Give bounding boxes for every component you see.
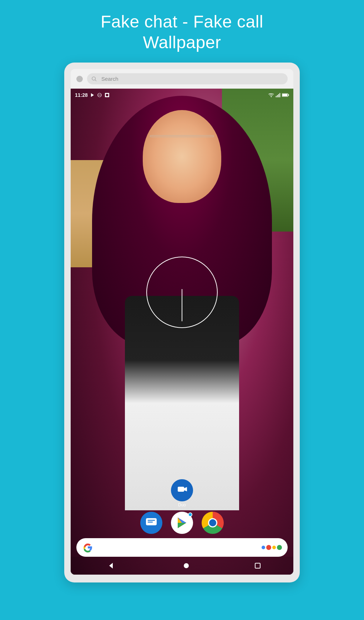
recents-button[interactable] <box>255 563 261 569</box>
phone-screen: 11:28 <box>71 89 293 575</box>
sim-icon <box>104 93 110 98</box>
chrome-inner-circle <box>208 518 217 527</box>
svg-rect-15 <box>178 487 184 492</box>
duo-icon[interactable] <box>171 479 193 501</box>
svg-rect-13 <box>282 94 287 96</box>
svg-marker-16 <box>184 487 187 491</box>
media-icon <box>90 93 95 98</box>
svg-rect-10 <box>278 94 279 97</box>
svg-rect-11 <box>279 93 280 98</box>
duo-app[interactable]: Duo <box>171 479 193 507</box>
svg-point-7 <box>271 97 272 98</box>
page-title: Fake chat - Fake call Wallpaper <box>101 11 263 53</box>
svg-marker-20 <box>178 523 186 528</box>
home-button[interactable] <box>184 563 189 568</box>
browser-bar: Search <box>71 69 293 89</box>
app-dock: Duo <box>71 479 293 539</box>
svg-marker-23 <box>109 563 113 569</box>
duo-label: Duo <box>178 502 186 507</box>
dnd-icon <box>97 93 102 98</box>
google-logo <box>82 542 93 553</box>
navigation-bar <box>71 557 293 575</box>
messages-app[interactable] <box>140 512 162 534</box>
bottom-app-row <box>71 512 293 534</box>
status-bar: 11:28 <box>71 89 293 101</box>
google-search-bar[interactable] <box>76 538 288 557</box>
back-button[interactable] <box>103 559 118 573</box>
play-store-notification-dot <box>188 512 192 517</box>
status-time: 11:28 <box>75 92 88 98</box>
svg-rect-8 <box>276 96 277 98</box>
search-icon <box>91 76 97 82</box>
svg-rect-14 <box>288 94 289 96</box>
chrome-app[interactable] <box>202 512 224 534</box>
svg-rect-6 <box>106 94 108 96</box>
svg-line-1 <box>95 80 96 81</box>
svg-rect-9 <box>277 95 278 97</box>
signal-icon <box>275 93 280 98</box>
svg-point-0 <box>92 77 95 80</box>
svg-marker-2 <box>91 93 94 97</box>
google-assistant-icon[interactable] <box>262 545 282 550</box>
browser-camera <box>76 76 83 82</box>
device-frame: Search 11:28 <box>64 63 300 582</box>
play-store-wrapper <box>171 512 193 534</box>
browser-address-bar[interactable]: Search <box>87 73 288 84</box>
duo-app-container: Duo <box>71 479 293 507</box>
touch-ripple <box>146 257 218 328</box>
wifi-icon <box>268 93 274 98</box>
battery-icon <box>282 93 289 97</box>
